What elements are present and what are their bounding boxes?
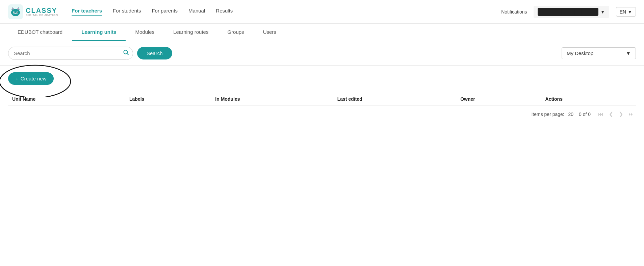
col-last-edited: Last edited bbox=[333, 93, 456, 105]
logo: CLASSY DIGITAL EDUCATION bbox=[8, 4, 58, 19]
user-name: ████████ bbox=[538, 8, 598, 16]
logo-icon bbox=[8, 4, 23, 19]
sec-nav-users[interactable]: Users bbox=[254, 24, 286, 41]
lang-arrow: ▼ bbox=[627, 9, 632, 15]
top-right-controls: Notifications ████████ ▼ EN ▼ bbox=[501, 6, 636, 18]
page-count: 0 of 0 bbox=[579, 112, 591, 117]
main-navigation: For teachers For students For parents Ma… bbox=[72, 8, 501, 16]
learning-units-table: Unit Name Labels In Modules Last edited … bbox=[8, 93, 636, 105]
desktop-selector[interactable]: My Desktop ▼ bbox=[562, 47, 636, 59]
col-labels: Labels bbox=[125, 93, 211, 105]
top-navigation: CLASSY DIGITAL EDUCATION For teachers Fo… bbox=[0, 0, 644, 24]
logo-subtitle: DIGITAL EDUCATION bbox=[26, 14, 58, 17]
col-actions: Actions bbox=[541, 93, 636, 105]
logo-classy: CLASSY bbox=[26, 7, 58, 14]
sec-nav-edubot[interactable]: EDUBOT chatboard bbox=[8, 24, 72, 41]
last-page-button[interactable]: ⏭ bbox=[626, 110, 636, 119]
sec-nav-learning-routes[interactable]: Learning routes bbox=[164, 24, 218, 41]
create-new-plus: + bbox=[16, 76, 19, 81]
col-owner: Owner bbox=[456, 93, 541, 105]
svg-point-9 bbox=[17, 11, 18, 12]
secondary-navigation: EDUBOT chatboard Learning units Modules … bbox=[0, 24, 644, 41]
search-button[interactable]: Search bbox=[137, 47, 172, 59]
nav-for-parents[interactable]: For parents bbox=[152, 8, 178, 16]
sec-nav-modules[interactable]: Modules bbox=[126, 24, 164, 41]
col-unit-name: Unit Name bbox=[8, 93, 125, 105]
search-icon-button[interactable] bbox=[123, 49, 129, 57]
create-new-button[interactable]: + Create new bbox=[8, 72, 54, 85]
search-input-wrapper bbox=[8, 47, 133, 60]
table-area: + Create new Unit Name Labels In Modules… bbox=[0, 66, 644, 129]
items-per-page-value: 20 bbox=[568, 112, 573, 117]
search-area: Search My Desktop ▼ bbox=[0, 41, 644, 66]
user-menu-arrow: ▼ bbox=[600, 9, 605, 15]
table-header-row: Unit Name Labels In Modules Last edited … bbox=[8, 93, 636, 105]
table-header: Unit Name Labels In Modules Last edited … bbox=[8, 93, 636, 105]
svg-line-16 bbox=[127, 53, 128, 55]
search-input[interactable] bbox=[8, 47, 133, 60]
search-icon bbox=[123, 49, 129, 55]
notifications-link[interactable]: Notifications bbox=[501, 9, 527, 15]
svg-point-1 bbox=[11, 9, 20, 16]
lang-label: EN bbox=[620, 9, 626, 15]
nav-for-teachers[interactable]: For teachers bbox=[72, 8, 102, 16]
nav-results[interactable]: Results bbox=[216, 8, 233, 16]
next-page-button[interactable]: ❯ bbox=[617, 110, 625, 119]
language-selector[interactable]: EN ▼ bbox=[616, 7, 636, 17]
nav-manual[interactable]: Manual bbox=[188, 8, 205, 16]
pagination-area: Items per page: 20 0 of 0 ⏮ ❮ ❯ ⏭ bbox=[8, 105, 636, 123]
prev-page-button[interactable]: ❮ bbox=[607, 110, 615, 119]
col-in-modules: In Modules bbox=[211, 93, 333, 105]
nav-for-students[interactable]: For students bbox=[113, 8, 141, 16]
create-new-label: Create new bbox=[21, 76, 47, 81]
svg-point-8 bbox=[14, 11, 14, 12]
sec-nav-groups[interactable]: Groups bbox=[218, 24, 253, 41]
pagination-controls: ⏮ ❮ ❯ ⏭ bbox=[596, 110, 636, 119]
sec-nav-learning-units[interactable]: Learning units bbox=[72, 24, 126, 41]
desktop-label: My Desktop bbox=[567, 50, 593, 56]
items-per-page-info: Items per page: 20 bbox=[531, 112, 573, 117]
first-page-button[interactable]: ⏮ bbox=[596, 110, 606, 119]
logo-text: CLASSY DIGITAL EDUCATION bbox=[26, 7, 58, 17]
desktop-arrow: ▼ bbox=[626, 50, 631, 56]
items-per-page-label: Items per page: bbox=[531, 112, 564, 117]
create-new-wrapper: + Create new bbox=[8, 72, 54, 90]
user-menu[interactable]: ████████ ▼ bbox=[534, 6, 609, 18]
